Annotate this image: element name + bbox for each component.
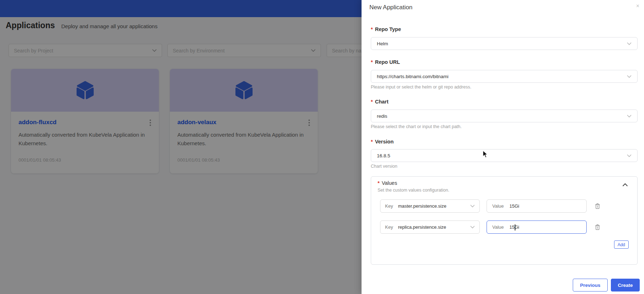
drawer-title: New Application <box>369 4 412 11</box>
previous-button[interactable]: Previous <box>573 279 608 292</box>
create-button[interactable]: Create <box>611 279 640 292</box>
value-prefix-label: Value <box>492 224 504 230</box>
collapse-chevron-up-icon[interactable] <box>622 183 628 187</box>
key-value: replica.persistence.size <box>398 224 446 230</box>
value-text: 15Gi <box>509 203 519 209</box>
chart-select[interactable]: redis <box>371 110 638 122</box>
values-key-select[interactable]: Key replica.persistence.size <box>380 220 480 234</box>
repo-url-label: *Repo URL <box>371 59 400 65</box>
required-asterisk: * <box>371 26 373 32</box>
chevron-down-icon <box>627 75 632 78</box>
required-asterisk: * <box>378 180 380 186</box>
key-prefix-label: Key <box>385 224 393 230</box>
values-hint: Set the custom values configuration. <box>378 188 450 193</box>
value-prefix-label: Value <box>492 203 504 209</box>
repo-url-select[interactable]: https://charts.bitnami.com/bitnami <box>371 70 638 83</box>
chevron-down-icon <box>627 42 632 45</box>
version-select[interactable]: 16.8.5 <box>371 149 638 162</box>
required-asterisk: * <box>371 59 373 65</box>
mouse-cursor <box>483 150 488 158</box>
version-value: 16.8.5 <box>377 153 390 158</box>
required-asterisk: * <box>371 139 373 145</box>
values-value-input-focused[interactable]: Value 15Gi <box>487 220 587 234</box>
version-hint: Chart version <box>371 164 397 169</box>
add-value-button[interactable]: Add <box>614 240 629 249</box>
delete-row-icon[interactable] <box>595 203 600 209</box>
repo-type-label: *Repo Type <box>371 26 401 32</box>
chevron-down-icon <box>470 204 475 208</box>
repo-type-select[interactable]: Helm <box>371 37 638 50</box>
close-icon[interactable]: × <box>636 3 639 9</box>
applications-page: Applications Deploy and manage all your … <box>0 0 644 294</box>
chart-value: redis <box>377 113 387 119</box>
values-value-input[interactable]: Value 15Gi <box>487 199 587 213</box>
repo-type-value: Helm <box>377 41 388 46</box>
new-application-drawer: New Application × *Repo Type Helm *Repo … <box>362 0 644 294</box>
chevron-down-icon <box>627 154 632 157</box>
repo-url-hint: Please input or select the helm or git r… <box>371 85 471 90</box>
key-prefix-label: Key <box>385 203 393 209</box>
values-section: *Values Set the custom values configurat… <box>371 176 638 265</box>
required-asterisk: * <box>371 99 373 105</box>
repo-url-value: https://charts.bitnami.com/bitnami <box>377 74 448 79</box>
values-label: *Values <box>378 180 397 186</box>
version-label: *Version <box>371 139 394 145</box>
delete-row-icon[interactable] <box>595 224 600 230</box>
chevron-down-icon <box>627 115 632 118</box>
chart-label: *Chart <box>371 99 389 105</box>
key-value: master.persistence.size <box>398 203 446 209</box>
values-key-select[interactable]: Key master.persistence.size <box>380 199 480 213</box>
text-caret <box>515 224 515 230</box>
chevron-down-icon <box>470 225 475 229</box>
chart-hint: Please select the chart or input the cha… <box>371 124 462 129</box>
